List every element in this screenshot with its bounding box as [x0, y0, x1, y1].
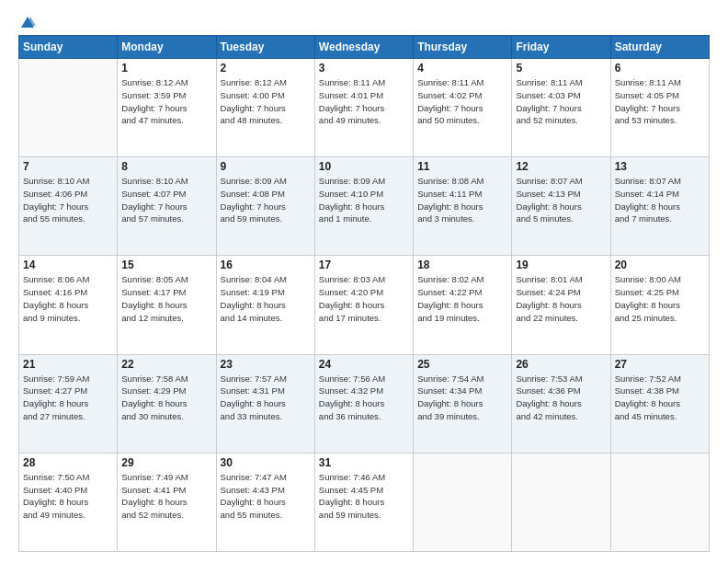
table-row: 1Sunrise: 8:12 AM Sunset: 3:59 PM Daylig… [19, 59, 710, 157]
table-cell: 26Sunrise: 7:53 AM Sunset: 4:36 PM Dayli… [512, 354, 610, 453]
table-cell: 1Sunrise: 8:12 AM Sunset: 3:59 PM Daylig… [118, 59, 216, 157]
table-cell: 3Sunrise: 8:11 AM Sunset: 4:01 PM Daylig… [314, 59, 413, 157]
day-number: 4 [417, 62, 507, 75]
day-info: Sunrise: 8:09 AM Sunset: 4:10 PM Dayligh… [319, 175, 409, 225]
day-info: Sunrise: 7:57 AM Sunset: 4:31 PM Dayligh… [221, 373, 311, 423]
day-number: 19 [516, 259, 606, 271]
page: Sunday Monday Tuesday Wednesday Thursday… [0, 0, 728, 563]
day-number: 10 [319, 160, 409, 173]
table-cell: 12Sunrise: 8:07 AM Sunset: 4:13 PM Dayli… [512, 157, 610, 256]
day-info: Sunrise: 7:58 AM Sunset: 4:29 PM Dayligh… [121, 373, 211, 423]
table-cell: 8Sunrise: 8:10 AM Sunset: 4:07 PM Daylig… [118, 157, 216, 256]
table-cell: 27Sunrise: 7:52 AM Sunset: 4:38 PM Dayli… [610, 354, 709, 453]
col-wednesday: Wednesday [314, 36, 413, 59]
table-cell: 13Sunrise: 8:07 AM Sunset: 4:14 PM Dayli… [610, 157, 709, 256]
day-number: 1 [121, 62, 211, 75]
day-number: 17 [319, 259, 409, 271]
day-number: 22 [121, 358, 211, 371]
col-monday: Monday [118, 36, 216, 59]
table-cell: 22Sunrise: 7:58 AM Sunset: 4:29 PM Dayli… [118, 354, 216, 453]
col-tuesday: Tuesday [216, 36, 314, 59]
day-number: 18 [417, 259, 507, 271]
day-info: Sunrise: 8:10 AM Sunset: 4:06 PM Dayligh… [23, 175, 113, 225]
day-info: Sunrise: 8:07 AM Sunset: 4:14 PM Dayligh… [615, 175, 705, 225]
table-cell: 14Sunrise: 8:06 AM Sunset: 4:16 PM Dayli… [19, 256, 118, 354]
day-number: 23 [221, 358, 311, 371]
day-number: 27 [615, 358, 705, 371]
day-info: Sunrise: 8:00 AM Sunset: 4:25 PM Dayligh… [615, 273, 705, 324]
table-cell: 9Sunrise: 8:09 AM Sunset: 4:08 PM Daylig… [216, 157, 314, 256]
day-number: 11 [417, 160, 507, 173]
col-sunday: Sunday [19, 36, 118, 59]
day-number: 24 [319, 358, 409, 371]
day-number: 30 [221, 456, 311, 469]
day-info: Sunrise: 8:04 AM Sunset: 4:19 PM Dayligh… [221, 273, 311, 324]
day-number: 13 [615, 160, 705, 173]
table-row: 28Sunrise: 7:50 AM Sunset: 4:40 PM Dayli… [19, 453, 710, 551]
day-number: 21 [23, 358, 113, 371]
day-info: Sunrise: 8:03 AM Sunset: 4:20 PM Dayligh… [319, 273, 409, 324]
table-cell: 30Sunrise: 7:47 AM Sunset: 4:43 PM Dayli… [216, 453, 314, 551]
logo [18, 15, 37, 28]
table-cell: 4Sunrise: 8:11 AM Sunset: 4:02 PM Daylig… [414, 59, 512, 157]
table-cell: 21Sunrise: 7:59 AM Sunset: 4:27 PM Dayli… [19, 354, 118, 453]
day-info: Sunrise: 8:06 AM Sunset: 4:16 PM Dayligh… [23, 273, 113, 324]
table-cell: 5Sunrise: 8:11 AM Sunset: 4:03 PM Daylig… [512, 59, 610, 157]
day-info: Sunrise: 8:02 AM Sunset: 4:22 PM Dayligh… [417, 273, 507, 324]
table-cell: 25Sunrise: 7:54 AM Sunset: 4:34 PM Dayli… [414, 354, 512, 453]
table-cell: 7Sunrise: 8:10 AM Sunset: 4:06 PM Daylig… [19, 157, 118, 256]
table-cell [610, 453, 709, 551]
table-cell: 20Sunrise: 8:00 AM Sunset: 4:25 PM Dayli… [610, 256, 709, 354]
table-cell [19, 59, 118, 157]
table-cell: 28Sunrise: 7:50 AM Sunset: 4:40 PM Dayli… [19, 453, 118, 551]
header [18, 15, 710, 28]
table-row: 7Sunrise: 8:10 AM Sunset: 4:06 PM Daylig… [19, 157, 710, 256]
table-cell: 17Sunrise: 8:03 AM Sunset: 4:20 PM Dayli… [314, 256, 413, 354]
day-info: Sunrise: 8:01 AM Sunset: 4:24 PM Dayligh… [516, 273, 606, 324]
table-row: 21Sunrise: 7:59 AM Sunset: 4:27 PM Dayli… [19, 354, 710, 453]
day-info: Sunrise: 8:12 AM Sunset: 3:59 PM Dayligh… [121, 76, 211, 127]
day-number: 15 [121, 259, 211, 271]
table-cell: 19Sunrise: 8:01 AM Sunset: 4:24 PM Dayli… [512, 256, 610, 354]
col-thursday: Thursday [414, 36, 512, 59]
table-cell: 18Sunrise: 8:02 AM Sunset: 4:22 PM Dayli… [414, 256, 512, 354]
day-info: Sunrise: 8:05 AM Sunset: 4:17 PM Dayligh… [121, 273, 211, 324]
day-number: 14 [23, 259, 113, 271]
day-info: Sunrise: 7:52 AM Sunset: 4:38 PM Dayligh… [615, 373, 705, 423]
table-cell: 31Sunrise: 7:46 AM Sunset: 4:45 PM Dayli… [314, 453, 413, 551]
day-number: 6 [615, 62, 705, 75]
day-number: 5 [516, 62, 606, 75]
day-number: 3 [319, 62, 409, 75]
day-info: Sunrise: 7:53 AM Sunset: 4:36 PM Dayligh… [516, 373, 606, 423]
table-cell: 2Sunrise: 8:12 AM Sunset: 4:00 PM Daylig… [216, 59, 314, 157]
day-info: Sunrise: 7:56 AM Sunset: 4:32 PM Dayligh… [319, 373, 409, 423]
day-info: Sunrise: 8:11 AM Sunset: 4:02 PM Dayligh… [417, 76, 507, 127]
day-number: 31 [319, 456, 409, 469]
day-info: Sunrise: 7:47 AM Sunset: 4:43 PM Dayligh… [221, 471, 311, 522]
day-number: 12 [516, 160, 606, 173]
logo-icon [19, 15, 36, 31]
day-info: Sunrise: 8:11 AM Sunset: 4:05 PM Dayligh… [615, 76, 705, 127]
day-info: Sunrise: 7:54 AM Sunset: 4:34 PM Dayligh… [417, 373, 507, 423]
day-number: 26 [516, 358, 606, 371]
table-cell: 15Sunrise: 8:05 AM Sunset: 4:17 PM Dayli… [118, 256, 216, 354]
col-saturday: Saturday [610, 36, 709, 59]
day-number: 8 [121, 160, 211, 173]
day-info: Sunrise: 7:59 AM Sunset: 4:27 PM Dayligh… [23, 373, 113, 423]
day-number: 9 [221, 160, 311, 173]
table-cell: 11Sunrise: 8:08 AM Sunset: 4:11 PM Dayli… [414, 157, 512, 256]
day-info: Sunrise: 8:07 AM Sunset: 4:13 PM Dayligh… [516, 175, 606, 225]
day-number: 28 [23, 456, 113, 469]
table-cell: 29Sunrise: 7:49 AM Sunset: 4:41 PM Dayli… [118, 453, 216, 551]
day-info: Sunrise: 7:46 AM Sunset: 4:45 PM Dayligh… [319, 471, 409, 522]
calendar-header-row: Sunday Monday Tuesday Wednesday Thursday… [19, 36, 710, 59]
day-info: Sunrise: 8:12 AM Sunset: 4:00 PM Dayligh… [221, 76, 311, 127]
day-info: Sunrise: 8:11 AM Sunset: 4:03 PM Dayligh… [516, 76, 606, 127]
table-cell [414, 453, 512, 551]
table-cell [512, 453, 610, 551]
table-cell: 6Sunrise: 8:11 AM Sunset: 4:05 PM Daylig… [610, 59, 709, 157]
day-number: 7 [23, 160, 113, 173]
table-row: 14Sunrise: 8:06 AM Sunset: 4:16 PM Dayli… [19, 256, 710, 354]
table-cell: 23Sunrise: 7:57 AM Sunset: 4:31 PM Dayli… [216, 354, 314, 453]
day-number: 25 [417, 358, 507, 371]
